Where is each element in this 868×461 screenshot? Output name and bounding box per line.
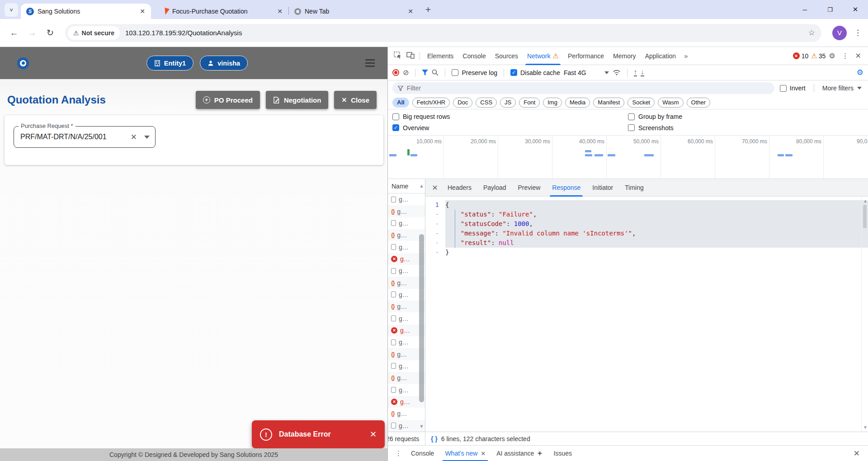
invert-checkbox[interactable]: Invert (780, 85, 806, 92)
option-big-request-rows[interactable]: Big request rows (392, 113, 628, 120)
response-scrollbar[interactable]: ▲ ▼ (861, 197, 868, 432)
pretty-print-icon[interactable]: { } (431, 435, 438, 442)
response-code-line[interactable]: - "statusCode": 1000, (425, 219, 868, 229)
tab-search-button[interactable]: ˅ (5, 3, 18, 17)
detail-tab-preview[interactable]: Preview (512, 179, 547, 197)
tab-close-icon[interactable]: ✕ (406, 7, 415, 15)
scrollbar-thumb[interactable] (863, 205, 867, 228)
inspect-element-icon[interactable] (392, 52, 404, 60)
devtools-close-icon[interactable]: ✕ (852, 52, 864, 60)
clear-icon[interactable]: ✕ (131, 132, 137, 142)
browser-tab-new-tab[interactable]: New Tab ✕ (289, 4, 419, 19)
detail-tab-initiator[interactable]: Initiator (586, 179, 619, 197)
scroll-down-icon[interactable]: ▼ (863, 425, 868, 430)
preserve-log-checkbox[interactable]: Preserve log (452, 69, 497, 76)
negotiation-button[interactable]: Negotiation (266, 91, 329, 109)
request-row[interactable]: g… (388, 193, 425, 205)
type-chip-css[interactable]: CSS (476, 98, 497, 108)
app-logo[interactable] (17, 57, 29, 69)
response-code-line[interactable]: - "message": "Invalid column name 'sInco… (425, 229, 868, 238)
request-count-summary[interactable]: 26 requests (388, 432, 425, 445)
network-conditions-icon[interactable] (613, 69, 621, 76)
search-icon[interactable] (432, 69, 439, 76)
reload-icon[interactable]: ↻ (42, 28, 58, 38)
devtools-tab-sources[interactable]: Sources (491, 47, 523, 65)
device-toolbar-icon[interactable] (404, 52, 417, 60)
devtools-tab-memory[interactable]: Memory (609, 47, 641, 65)
type-chip-fetchxhr[interactable]: Fetch/XHR (412, 98, 450, 108)
devtools-settings-icon[interactable]: ⚙ (826, 52, 838, 60)
entity-pill-button[interactable]: Entity1 (146, 56, 193, 71)
scroll-up-icon[interactable]: ▲ (419, 183, 424, 188)
drawer-tab-issues[interactable]: Issues (548, 446, 577, 461)
devtools-tab-console[interactable]: Console (458, 47, 490, 65)
type-chip-img[interactable]: Img (543, 98, 562, 108)
disable-cache-checkbox[interactable]: ✓ Disable cache (510, 69, 560, 76)
detail-tab-timing[interactable]: Timing (619, 179, 650, 197)
tab-close-icon[interactable]: ✕ (276, 7, 284, 15)
clear-network-log-icon[interactable]: ⊘ (403, 68, 409, 77)
request-list-scrollbar[interactable] (419, 234, 424, 402)
type-chip-media[interactable]: Media (565, 98, 590, 108)
scroll-up-icon[interactable]: ▲ (863, 198, 868, 203)
minimize-icon[interactable]: ─ (792, 6, 817, 13)
more-filters-button[interactable]: More filters (822, 85, 863, 92)
detail-tab-headers[interactable]: Headers (442, 179, 477, 197)
drawer-tab-close-icon[interactable]: ✕ (481, 450, 486, 457)
response-code-line[interactable]: 1{ (425, 200, 868, 210)
error-count-badge[interactable]: ✕ 10 (793, 52, 809, 60)
devtools-tab-network[interactable]: Network ⚠ (523, 47, 563, 65)
response-code-line[interactable]: -} (425, 248, 868, 257)
request-row[interactable]: g… (388, 217, 425, 229)
option-screenshots[interactable]: Screenshots (628, 124, 863, 132)
network-overview-timeline[interactable]: 10,000 ms20,000 ms30,000 ms40,000 ms50,0… (388, 136, 868, 179)
record-icon[interactable] (392, 69, 399, 76)
detail-close-icon[interactable]: ✕ (428, 183, 442, 192)
maximize-icon[interactable]: ❒ (817, 6, 843, 13)
security-chip[interactable]: ⚠ Not secure (68, 26, 120, 40)
filter-funnel-icon[interactable] (422, 70, 428, 75)
network-filter-input-wrap[interactable] (392, 82, 774, 94)
devtools-tab-elements[interactable]: Elements (423, 47, 458, 65)
more-tabs-icon[interactable]: » (680, 52, 691, 60)
dropdown-caret-icon[interactable] (144, 136, 150, 139)
new-tab-button[interactable]: ＋ (424, 3, 433, 15)
type-chip-manifest[interactable]: Manifest (593, 98, 624, 108)
forward-icon[interactable]: → (24, 28, 40, 38)
request-row[interactable]: {}g… (388, 408, 425, 419)
request-row[interactable]: {}g… (388, 205, 425, 217)
detail-tab-response[interactable]: Response (546, 179, 586, 197)
url-text[interactable]: 103.120.178.195:92/QuotationAnalysis (125, 29, 808, 37)
drawer-close-icon[interactable]: ✕ (849, 449, 864, 458)
throttling-select[interactable]: Fast 4G (564, 69, 609, 76)
po-proceed-button[interactable]: + PO Proceed (196, 91, 260, 109)
browser-tab-sang-solutions[interactable]: S Sang Solutions ✕ (21, 4, 151, 19)
type-chip-font[interactable]: Font (519, 98, 540, 108)
drawer-tab-ai-assistance[interactable]: AI assistance (491, 446, 548, 461)
address-bar[interactable]: ⚠ Not secure 103.120.178.195:92/Quotatio… (65, 24, 821, 42)
warning-count-badge[interactable]: ⚠ 35 (811, 52, 826, 60)
response-body-viewer[interactable]: 1{- "status": "Failure",- "statusCode": … (425, 197, 868, 432)
purchase-request-field[interactable]: Purchase Request * ✕ (14, 126, 156, 148)
close-button[interactable]: ✕ Close (334, 91, 377, 109)
option-group-by-frame[interactable]: Group by frame (628, 113, 863, 120)
devtools-tab-application[interactable]: Application (641, 47, 681, 65)
toast-close-icon[interactable]: ✕ (370, 429, 377, 439)
type-chip-other[interactable]: Other (687, 98, 711, 108)
type-chip-wasm[interactable]: Wasm (658, 98, 683, 108)
profile-avatar[interactable]: V (832, 26, 847, 40)
scroll-down-icon[interactable]: ▼ (419, 423, 424, 429)
drawer-menu-icon[interactable]: ⋮ (392, 449, 406, 457)
browser-menu-icon[interactable]: ⋮ (854, 28, 862, 38)
option-overview[interactable]: ✓Overview (392, 124, 628, 132)
network-filter-input[interactable] (407, 85, 769, 92)
response-code-line[interactable]: - "result": null (425, 238, 868, 248)
import-har-icon[interactable]: ↑ (634, 69, 637, 76)
network-settings-icon[interactable]: ⚙ (857, 68, 863, 77)
type-chip-all[interactable]: All (392, 98, 409, 108)
drawer-tab-whats-new[interactable]: What's new ✕ (439, 446, 491, 461)
window-close-icon[interactable]: ✕ (843, 5, 868, 14)
detail-tab-payload[interactable]: Payload (477, 179, 512, 197)
user-pill-button[interactable]: vinisha (200, 56, 248, 71)
purchase-request-input[interactable] (20, 133, 131, 141)
